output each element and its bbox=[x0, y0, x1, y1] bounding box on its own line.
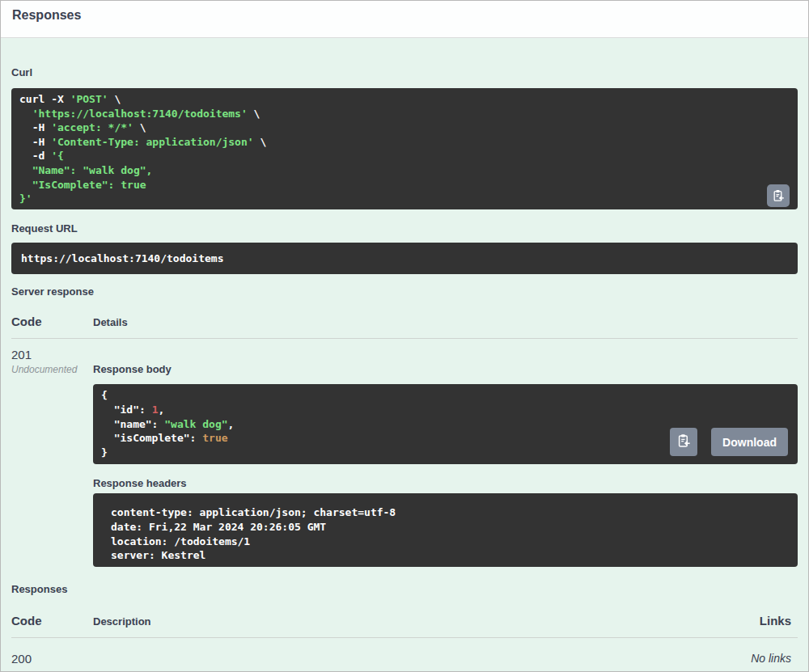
description-cell bbox=[93, 652, 701, 666]
table-row: 200 No links bbox=[11, 638, 798, 666]
request-url-label: Request URL bbox=[11, 222, 798, 235]
responses-panel: Responses Curl curl -X 'POST' \ 'https:/… bbox=[0, 0, 809, 672]
responses-table-header: Code Description Links bbox=[11, 614, 798, 628]
status-code: 200 bbox=[11, 652, 93, 666]
links-column-header: Links bbox=[701, 614, 798, 628]
curl-label: Curl bbox=[11, 38, 798, 78]
server-response-row: 201 Undocumented Response body { "id": 1… bbox=[11, 339, 798, 566]
download-button[interactable]: Download bbox=[711, 428, 788, 456]
copy-to-clipboard-icon bbox=[676, 433, 691, 450]
server-response-label: Server response bbox=[11, 285, 798, 298]
response-details-cell: Response body { "id": 1, "name": "walk d… bbox=[93, 348, 798, 566]
response-headers-block: content-type: application/json; charset=… bbox=[93, 493, 798, 566]
panel-body: Curl curl -X 'POST' \ 'https://localhost… bbox=[1, 38, 808, 671]
response-headers-label: Response headers bbox=[93, 477, 798, 489]
responses-section-label: Responses bbox=[11, 583, 798, 595]
copy-curl-button[interactable] bbox=[767, 184, 790, 207]
code-column-header: Code bbox=[11, 614, 93, 628]
response-body-label: Response body bbox=[93, 363, 798, 375]
response-body-block: { "id": 1, "name": "walk dog", "isComple… bbox=[93, 384, 798, 464]
code-column-header: Code bbox=[11, 315, 93, 328]
panel-header: Responses bbox=[1, 1, 808, 38]
request-url-block: https://localhost:7140/todoitems bbox=[11, 243, 798, 275]
status-code-cell: 201 Undocumented bbox=[11, 348, 93, 566]
links-cell: No links bbox=[701, 652, 798, 666]
server-response-table-header: Code Details bbox=[11, 315, 798, 328]
undocumented-badge: Undocumented bbox=[11, 364, 93, 375]
response-body-actions: Download bbox=[670, 428, 788, 456]
request-url-text: https://localhost:7140/todoitems bbox=[21, 251, 788, 266]
curl-code-block: curl -X 'POST' \ 'https://localhost:7140… bbox=[11, 88, 798, 209]
status-code: 201 bbox=[11, 348, 93, 361]
description-column-header: Description bbox=[93, 615, 701, 628]
copy-to-clipboard-icon bbox=[772, 189, 785, 202]
curl-command-text: curl -X 'POST' \ 'https://localhost:7140… bbox=[19, 92, 790, 206]
copy-response-button[interactable] bbox=[670, 428, 697, 456]
response-headers-text: content-type: application/json; charset=… bbox=[111, 505, 790, 562]
details-column-header: Details bbox=[93, 316, 798, 328]
page-title: Responses bbox=[12, 8, 797, 23]
